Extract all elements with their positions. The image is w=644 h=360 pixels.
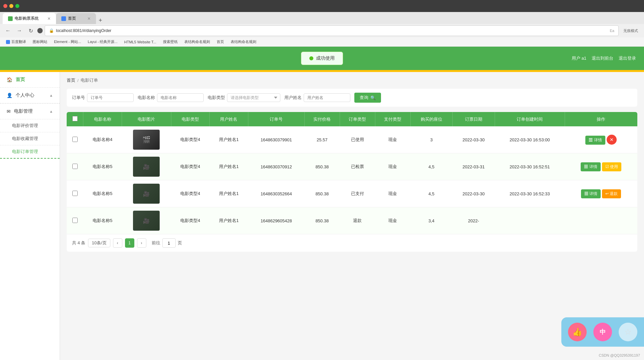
bookmark-html5[interactable]: HTML5 Website T... [122, 39, 159, 45]
row-order-date-2: 2022-03-31 [452, 153, 495, 180]
header-center: 成功使用 [301, 52, 343, 65]
breadcrumb-current: 电影订单 [81, 77, 98, 83]
star-button[interactable]: ☆ [619, 323, 637, 341]
bookmark-layui[interactable]: Layui - 经典开源... [85, 39, 120, 45]
bookmark-baidu[interactable]: 百度翻译 [3, 39, 29, 45]
row-user-name-2: 用户姓名1 [210, 153, 248, 180]
table-body: 电影名称4 🎬 电影类型4 用户姓名1 1648630379901 25.57 … [67, 126, 637, 234]
col-movie-name: 电影名称 [83, 112, 122, 126]
pagination-page-unit: 页 [178, 240, 182, 246]
back-button[interactable]: ← [3, 26, 13, 35]
row-actions-2: ☰ 详情☑ 使用 [565, 153, 637, 180]
row-create-time-2: 2022-03-30 16:52:51 [495, 153, 565, 180]
order-search-input[interactable] [87, 93, 134, 102]
row-movie-name-4: 电影名称5 [83, 207, 122, 234]
forward-button[interactable]: → [15, 26, 24, 35]
detail-btn-3[interactable]: ☰ 详情 [581, 189, 601, 198]
cn-icon: 中 [600, 328, 606, 336]
like-icon: 👍 [572, 327, 582, 337]
toast-message: 成功使用 [316, 55, 335, 61]
select-all-checkbox[interactable] [72, 116, 78, 121]
col-actions: 操作 [565, 112, 637, 126]
row-check-4[interactable] [72, 218, 78, 223]
detail-btn-2[interactable]: ☰ 详情 [581, 162, 600, 171]
row-movie-name-1: 电影名称4 [83, 126, 122, 153]
breadcrumb-home-link[interactable]: 首页 [67, 77, 75, 83]
sidebar-movie-mgmt-label: 电影管理 [14, 108, 33, 114]
row-pay-type-1: 现金 [375, 126, 410, 153]
row-order-type-4: 退款 [340, 207, 375, 234]
row-thumb-1: 🎬 [122, 126, 171, 153]
breadcrumb-separator: / [77, 78, 79, 83]
row-movie-name-3: 电影名称5 [83, 180, 122, 207]
row-order-date-1: 2022-03-30 [452, 126, 495, 153]
row-seat-4: 3,4 [410, 207, 452, 234]
cn-button[interactable]: 中 [593, 323, 612, 341]
row-check-1[interactable] [72, 137, 78, 142]
sidebar-item-movie-order[interactable]: 电影订单管理 [0, 145, 60, 159]
row-checkbox-3 [67, 180, 83, 207]
refresh-button[interactable]: ↻ [26, 26, 35, 35]
tab-home[interactable]: 首页 ✕ [56, 13, 96, 24]
success-icon [309, 56, 313, 60]
table-row: 电影名称5 🎥 电影类型4 用户姓名1 1648629605428 850.38… [67, 207, 637, 234]
sidebar-item-movie-collection[interactable]: 电影收藏管理 [0, 132, 60, 145]
logout-link[interactable]: 退出登录 [619, 55, 636, 61]
pagination-page-1[interactable]: 1 [125, 238, 134, 248]
sidebar-item-movie-review[interactable]: 电影评价管理 [0, 119, 60, 132]
tab-label-home: 首页 [68, 16, 76, 21]
movie-name-search-input[interactable] [157, 93, 204, 102]
url-bar[interactable]: 🔒 localhost:8081/#/dianyingOrder Ea [45, 25, 619, 36]
like-button[interactable]: 👍 [568, 323, 587, 341]
row-order-date-3: 2022-03-30 [452, 180, 495, 207]
detail-btn-1[interactable]: ☰ 详情 [585, 136, 605, 145]
bookmark-db1[interactable]: 表结构命名规则 [182, 39, 213, 45]
pagination-input[interactable] [162, 238, 176, 248]
tab-close-active[interactable]: ✕ [47, 16, 51, 21]
row-order-no-3: 1648630352664 [248, 180, 304, 207]
row-seat-3: 4,5 [410, 180, 452, 207]
refund-btn-3[interactable]: ↩ 退款 [602, 189, 621, 198]
header-right: 用户 a1 退出到前台 退出登录 [572, 55, 636, 61]
search-icon: 🔍 [370, 95, 376, 100]
bookmark-home[interactable]: 首页 [214, 39, 227, 45]
pagination-per-page: 10条/页 [88, 239, 110, 247]
row-checkbox-4 [67, 207, 83, 234]
tab-active[interactable]: 电影购票系统 ✕ [3, 13, 56, 24]
sidebar-item-movie-mgmt[interactable]: ✉ 电影管理 ▲ [0, 103, 60, 119]
row-check-2[interactable] [72, 164, 78, 169]
sidebar-item-home[interactable]: 🏠 首页 [0, 72, 60, 88]
sidebar-item-personal[interactable]: 👤 个人中心 ▲ [0, 88, 60, 103]
row-user-name-4: 用户姓名1 [210, 207, 248, 234]
col-seat: 购买的座位 [410, 112, 452, 126]
social-widget: 👍 中 ☆ [561, 317, 644, 347]
bookmark-icons[interactable]: 图标网站 [30, 39, 50, 45]
bookmark-wallpaper[interactable]: 搜索壁纸 [160, 39, 180, 45]
user-name-search-input[interactable] [304, 93, 350, 102]
movie-collection-label: 电影收藏管理 [12, 136, 38, 141]
url-text: localhost:8081/#/dianyingOrder [56, 28, 111, 33]
col-order-type: 订单类型 [340, 112, 375, 126]
bookmark-element[interactable]: Element - 网站... [51, 39, 84, 45]
back-to-console-link[interactable]: 退出到前台 [592, 55, 613, 61]
sidebar-personal-label: 个人中心 [16, 92, 34, 98]
pagination-next[interactable]: › [137, 238, 146, 248]
movie-type-select[interactable]: 请选择电影类型 电影类型1 电影类型2 电影类型4 [227, 93, 280, 102]
search-button[interactable]: 查询 🔍 [354, 93, 381, 103]
success-toast: 成功使用 [301, 52, 343, 65]
add-tab-button[interactable]: + [96, 17, 105, 24]
bookmark-baidu-icon [6, 40, 10, 44]
home-nav-icon[interactable] [37, 28, 43, 33]
main-content: 首页 / 电影订单 订单号 电影名称 电影类型 请选择电影类型 电影类型1 电影… [60, 72, 644, 360]
row-seat-2: 4,5 [410, 153, 452, 180]
use-btn-2[interactable]: ☑ 使用 [602, 162, 621, 171]
personal-arrow-icon: ▲ [49, 93, 53, 97]
bookmark-db2[interactable]: 表结构命名规则 [228, 39, 259, 45]
delete-btn-1[interactable]: ✕ [607, 135, 617, 145]
tab-favicon-active [8, 16, 13, 21]
row-order-type-2: 已检票 [340, 153, 375, 180]
row-check-3[interactable] [72, 191, 78, 196]
pagination-prev[interactable]: ‹ [113, 238, 122, 248]
movie-mgmt-arrow-icon: ▲ [49, 109, 53, 113]
tab-close-home[interactable]: ✕ [87, 16, 91, 21]
